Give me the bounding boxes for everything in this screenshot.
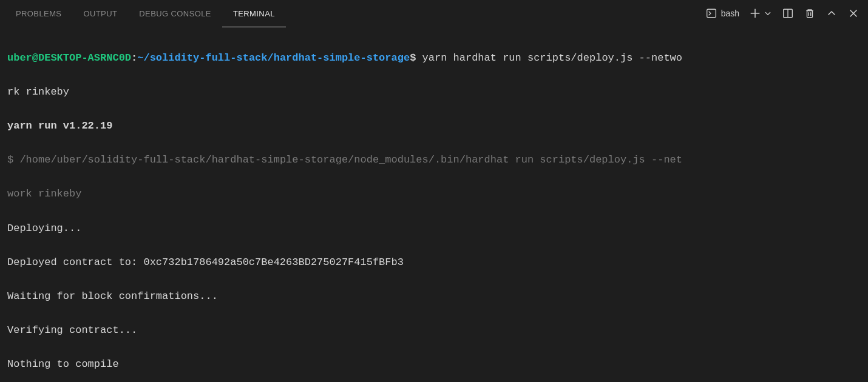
panel-actions: bash: [705, 7, 863, 19]
new-terminal-button[interactable]: [749, 7, 761, 19]
maximize-panel-button[interactable]: [826, 7, 838, 19]
new-terminal-dropdown[interactable]: [764, 7, 772, 19]
close-panel-button[interactable]: [847, 7, 860, 19]
tab-problems[interactable]: PROBLEMS: [5, 0, 72, 27]
terminal-output[interactable]: uber@DESKTOP-ASRNC0D:~/solidity-full-sta…: [0, 27, 868, 382]
command-text-2: rk rinkeby: [7, 84, 861, 101]
out-nothing: Nothing to compile: [7, 356, 861, 373]
out-deploying: Deploying...: [7, 220, 861, 237]
terminal-icon: [705, 7, 717, 19]
tab-output[interactable]: OUTPUT: [72, 0, 128, 27]
shell-name: bash: [721, 8, 739, 18]
out-deployed: Deployed contract to: 0xc732b1786492a50c…: [7, 254, 861, 271]
command-text-1: yarn hardhat run scripts/deploy.js --net…: [416, 52, 682, 64]
sub-command-2: work rinkeby: [7, 186, 861, 203]
split-terminal-button[interactable]: [782, 7, 794, 19]
sub-command-1: /home/uber/solidity-full-stack/hardhat-s…: [19, 154, 682, 166]
prompt-dollar: $: [410, 52, 416, 64]
prompt-user: uber@DESKTOP-ASRNC0D: [7, 52, 131, 64]
shell-select[interactable]: bash: [705, 7, 739, 19]
prompt-sep: :: [131, 52, 137, 64]
prompt-path: ~/solidity-full-stack/hardhat-simple-sto…: [137, 52, 410, 64]
panel-tabs: PROBLEMS OUTPUT DEBUG CONSOLE TERMINAL: [5, 0, 286, 27]
out-verifying: Verifying contract...: [7, 322, 861, 339]
yarn-run-line: yarn run v1.22.19: [7, 118, 861, 135]
svg-rect-0: [707, 9, 716, 18]
svg-rect-2: [807, 11, 813, 18]
sub-prefix: $: [7, 154, 19, 166]
out-waiting: Waiting for block confirmations...: [7, 288, 861, 305]
kill-terminal-button[interactable]: [804, 7, 816, 19]
tab-debug-console[interactable]: DEBUG CONSOLE: [128, 0, 222, 27]
panel-header: PROBLEMS OUTPUT DEBUG CONSOLE TERMINAL b…: [0, 0, 868, 27]
tab-terminal[interactable]: TERMINAL: [222, 1, 286, 27]
